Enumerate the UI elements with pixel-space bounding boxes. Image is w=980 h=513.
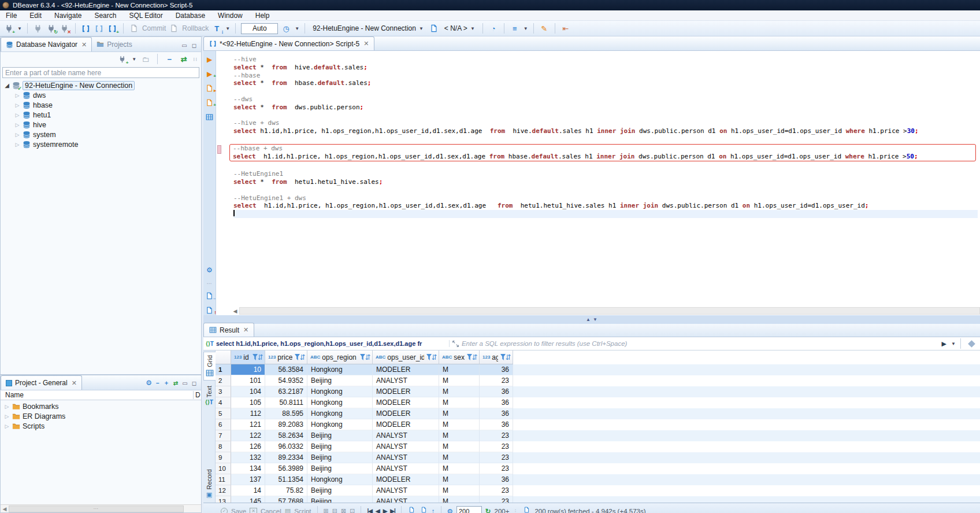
expander-closed-icon[interactable]: ▷	[14, 102, 20, 108]
cell-sex[interactable]: M	[439, 397, 480, 408]
row-number[interactable]: 8	[216, 441, 231, 452]
cell-ops_user_id[interactable]: ANALYST	[373, 441, 439, 452]
column-header-name[interactable]: Name	[1, 391, 193, 399]
cell-price[interactable]: 50.8111	[265, 397, 307, 408]
disconnect-icon[interactable]: ✕	[60, 23, 70, 34]
sql-code[interactable]: --hiveselect * from hive.default.sales;-…	[216, 51, 980, 307]
previous-row-icon[interactable]: ◀	[376, 508, 380, 513]
fetch-size-input[interactable]	[456, 506, 482, 513]
column-header-sex[interactable]: ABCsex	[439, 350, 480, 364]
dashboard-icon[interactable]: ◔	[488, 23, 499, 34]
duplicate-row-icon[interactable]: ⊟	[332, 507, 337, 513]
rollback-button[interactable]: Rollback	[182, 24, 209, 32]
tree-item-database[interactable]: ▷ dws	[1, 90, 201, 100]
scrollbar-thumb[interactable]: ⋯	[9, 505, 184, 512]
cell-ops_region[interactable]: Hongkong	[307, 474, 373, 485]
link-editor-icon[interactable]: ⇄	[173, 380, 178, 386]
cell-ops_region[interactable]: Beijing	[307, 430, 373, 441]
open-sql-editor-icon[interactable]	[94, 23, 105, 34]
expander-closed-icon[interactable]: ▷	[14, 142, 20, 147]
cell-price[interactable]: 75.82	[265, 485, 307, 496]
cell-ops_user_id[interactable]: ANALYST	[373, 496, 439, 503]
tab-close-icon[interactable]: ✕	[81, 41, 87, 49]
filter-sort-icon[interactable]	[252, 353, 263, 361]
sql-line[interactable]	[233, 162, 978, 170]
cell-id[interactable]: 132	[231, 452, 265, 463]
cell-id[interactable]: 105	[231, 397, 265, 408]
cell-sex[interactable]: M	[439, 485, 480, 496]
cell-ops_user_id[interactable]: MODELER	[373, 474, 439, 485]
grid-settings-gear-icon[interactable]: ⚙	[447, 507, 453, 513]
new-sql-script-icon[interactable]: +	[107, 23, 118, 34]
menu-item[interactable]: File	[6, 12, 17, 20]
tab-close-icon[interactable]: ✕	[243, 326, 248, 334]
new-connection-dropdown-icon[interactable]: ▼	[17, 26, 22, 31]
cell-ops_user_id[interactable]: MODELER	[373, 397, 439, 408]
cell-ops_user_id[interactable]: ANALYST	[373, 375, 439, 386]
cell-sex[interactable]: M	[439, 452, 480, 463]
filter-sort-icon[interactable]	[466, 353, 477, 361]
connection-selector[interactable]: 92-HetuEngine - New Connection ▼	[310, 23, 426, 34]
cell-ops_region[interactable]: Beijing	[307, 441, 373, 452]
expander-closed-icon[interactable]: ▷	[14, 112, 20, 118]
cell-ops_region[interactable]: Beijing	[307, 375, 373, 386]
project-tree-item[interactable]: ▷ Scripts	[1, 421, 201, 431]
cell-sex[interactable]: M	[439, 463, 480, 474]
sql-line[interactable]: select * from hive.default.sales;	[233, 64, 978, 72]
nav-new-connection-icon[interactable]: +	[117, 54, 127, 64]
cell-price[interactable]: 58.2634	[265, 430, 307, 441]
execute-in-new-tab-icon[interactable]: ▶+	[205, 70, 214, 79]
commit-button[interactable]: Commit	[142, 24, 166, 32]
first-row-icon[interactable]: |◀	[367, 508, 372, 513]
cell-sex[interactable]: M	[439, 408, 480, 419]
collapse-all-icon[interactable]: −	[164, 54, 175, 64]
tab-sql-script[interactable]: *<92-HetuEngine - New Connection> Script…	[203, 36, 374, 50]
sql-line[interactable]: select * from dws.public.person;	[233, 104, 978, 112]
cell-age[interactable]: 23	[480, 452, 513, 463]
tab-close-icon[interactable]: ✕	[363, 40, 369, 47]
column-header-ops_region[interactable]: ABCops_region	[307, 350, 373, 364]
row-number[interactable]: 10	[216, 463, 231, 474]
project-tree-item[interactable]: ▷ ER Diagrams	[1, 411, 201, 421]
commit-icon[interactable]	[129, 23, 139, 34]
transaction-mode-dropdown-icon[interactable]: ▼	[225, 26, 230, 31]
cancel-button[interactable]: Cancel	[261, 508, 281, 513]
row-number[interactable]: 7	[216, 430, 231, 441]
cell-age[interactable]: 23	[480, 463, 513, 474]
fetch-page-icon[interactable]	[407, 507, 416, 513]
cell-ops_region[interactable]: Beijing	[307, 485, 373, 496]
expander-closed-icon[interactable]: ▷	[4, 414, 10, 419]
result-filter-input[interactable]	[462, 340, 938, 347]
column-header-ops_user_id[interactable]: ABCops_user_id	[373, 350, 439, 364]
filter-sort-icon[interactable]	[359, 353, 370, 361]
refetch-icon[interactable]: ↻	[485, 507, 491, 513]
sql-line[interactable]: --hbase + dws	[233, 145, 975, 153]
tab-projects[interactable]: Projects	[92, 37, 136, 51]
sql-line[interactable]: select h1.id,h1.price, h1.ops_region,h1.…	[233, 127, 978, 135]
row-number[interactable]: 6	[216, 419, 231, 430]
scroll-top-icon[interactable]: ↑	[432, 508, 435, 513]
tab-close-icon[interactable]: ✕	[72, 379, 77, 387]
cell-ops_region[interactable]: Hongkong	[307, 364, 373, 375]
editor-settings-gear-icon[interactable]: ⚙	[205, 266, 214, 275]
tree-item-database[interactable]: ▷ hbase	[1, 100, 201, 110]
cell-sex[interactable]: M	[439, 430, 480, 441]
schema-selector[interactable]: < N/A > ▼	[442, 23, 477, 34]
sql-line[interactable]: --HetuEngine1 + dws	[233, 194, 978, 202]
cell-age[interactable]: 23	[480, 485, 513, 496]
scroll-left-icon[interactable]: ◀	[231, 308, 239, 314]
cell-price[interactable]: 89.2334	[265, 452, 307, 463]
expander-closed-icon[interactable]: ▷	[14, 93, 20, 98]
sql-line[interactable]	[233, 210, 978, 218]
new-connection-icon[interactable]: +	[3, 23, 14, 34]
reconnect-icon[interactable]: ↻	[46, 23, 57, 34]
sash-down-icon[interactable]: ▼	[593, 317, 597, 322]
tree-item-database[interactable]: ▷ systemremote	[1, 139, 201, 149]
cell-age[interactable]: 36	[480, 397, 513, 408]
cell-ops_region[interactable]: Beijing	[307, 452, 373, 463]
cell-sex[interactable]: M	[439, 364, 480, 375]
connect-icon[interactable]	[33, 23, 43, 34]
cell-id[interactable]: 101	[231, 375, 265, 386]
project-settings-gear-icon[interactable]: ⚙	[146, 379, 152, 387]
scroll-left-icon[interactable]: ◀	[1, 506, 9, 512]
